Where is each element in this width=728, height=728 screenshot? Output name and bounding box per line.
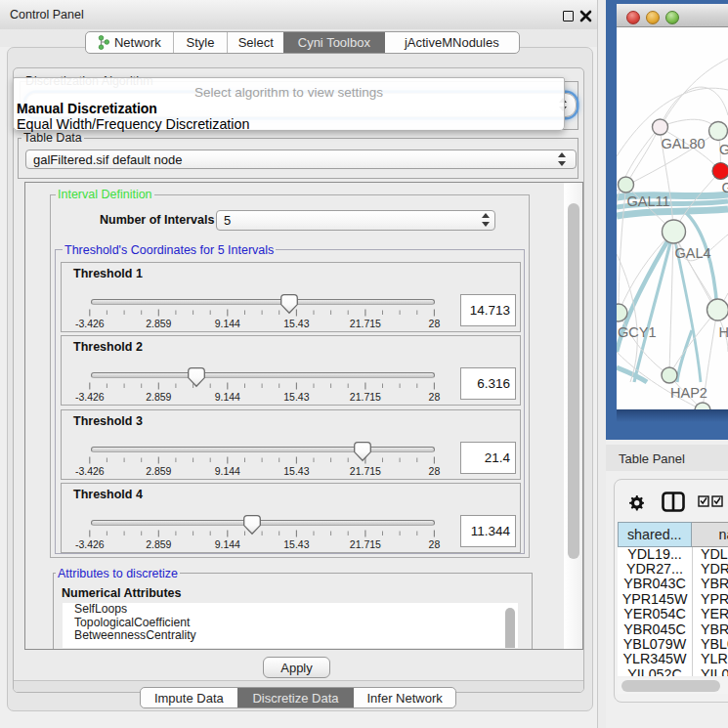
svg-text:GA: GA: [722, 180, 728, 195]
svg-text:GAL: GAL: [719, 142, 728, 157]
svg-text:GAL11: GAL11: [627, 193, 670, 209]
svg-text:GCY1: GCY1: [618, 324, 657, 340]
svg-text:GAL80: GAL80: [662, 136, 706, 151]
svg-text:HAP2: HAP2: [670, 385, 707, 401]
svg-text:HIS4: HIS4: [719, 324, 728, 340]
svg-text:GAL4: GAL4: [675, 245, 711, 261]
